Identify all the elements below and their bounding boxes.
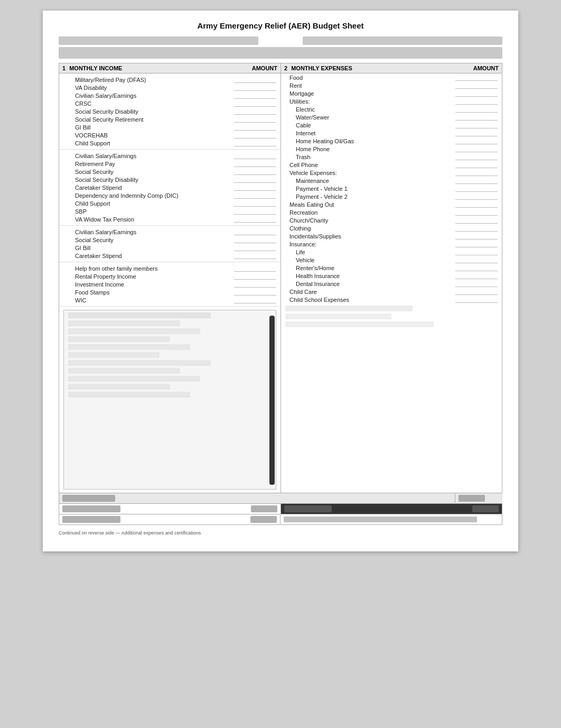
income-item-amount[interactable]	[234, 229, 276, 235]
expense-item-amount[interactable]	[455, 114, 498, 121]
income-extra-rows	[64, 310, 276, 402]
expense-item-label: Cable	[296, 122, 453, 128]
income-item-amount[interactable]	[234, 237, 276, 243]
expense-item-amount[interactable]	[455, 170, 498, 176]
income-item-amount[interactable]	[234, 169, 276, 175]
expense-item-amount[interactable]	[455, 201, 498, 208]
income-item-label: Social Security Disability	[75, 108, 232, 115]
income-item-amount[interactable]	[234, 177, 276, 183]
total-income-label	[62, 495, 115, 502]
income-item-amount[interactable]	[234, 281, 276, 288]
income-col-num: 1	[62, 65, 66, 71]
income-item-amount[interactable]	[234, 116, 276, 123]
top-bar-left-field[interactable]	[59, 36, 258, 45]
income-item-amount[interactable]	[234, 100, 276, 107]
top-bar-right-field[interactable]	[303, 36, 502, 45]
income-item-amount[interactable]	[234, 93, 276, 99]
income-item-amount[interactable]	[234, 140, 276, 146]
income-item-amount[interactable]	[234, 245, 276, 251]
income-list-item: Retirement Pay	[59, 160, 280, 168]
income-item-amount[interactable]	[234, 297, 276, 303]
expense-list-item: Payment - Vehicle 1	[281, 185, 502, 192]
income-list-item: CRSC	[59, 99, 280, 107]
income-item-amount[interactable]	[234, 185, 276, 191]
expense-item-amount[interactable]	[455, 122, 498, 128]
income-item-amount[interactable]	[234, 289, 276, 296]
income-item-amount[interactable]	[234, 253, 276, 259]
expense-item-amount[interactable]	[455, 281, 498, 287]
income-item-label: Civilian Salary/Earnings	[75, 153, 232, 159]
income-item-amount[interactable]	[234, 153, 276, 159]
expense-item-amount[interactable]	[455, 249, 498, 255]
expense-item-amount[interactable]	[455, 90, 498, 97]
income-item-amount[interactable]	[234, 200, 276, 207]
expense-list-item: Cable	[281, 121, 502, 129]
income-item-label: Investment Income	[75, 281, 232, 288]
income-column: 1 MONTHLY INCOME AMOUNT Military/Retired…	[59, 63, 280, 493]
expense-item-label: Food	[289, 75, 453, 81]
expense-item-amount[interactable]	[455, 130, 498, 136]
total-expenses-label	[284, 505, 332, 512]
income-item-amount[interactable]	[234, 77, 276, 83]
income-item-label: Civilian Salary/Earnings	[75, 229, 232, 235]
income-list-item: Social Security Disability	[59, 176, 280, 183]
income-item-amount[interactable]	[234, 85, 276, 91]
remaining-value[interactable]	[250, 516, 277, 523]
income-list-item: Caretaker Stipend	[59, 183, 280, 191]
expense-item-amount[interactable]	[455, 241, 498, 247]
income-item-label: Food Stamps	[75, 289, 232, 296]
expense-item-amount[interactable]	[455, 106, 498, 113]
scroll-thumb[interactable]	[269, 316, 275, 485]
income-item-label: VOCREHAB	[75, 132, 232, 139]
expense-item-amount[interactable]	[455, 265, 498, 271]
expense-item-label: Dental Insurance	[296, 281, 453, 287]
income-section-1: Military/Retired Pay (DFAS) VA Disabilit…	[59, 73, 280, 150]
income-item-amount[interactable]	[234, 108, 276, 115]
income-item-amount[interactable]	[234, 124, 276, 131]
income-item-amount[interactable]	[234, 216, 276, 223]
income-item-label: CRSC	[75, 100, 232, 107]
expense-item-amount[interactable]	[455, 233, 498, 239]
expense-item-amount[interactable]	[455, 289, 498, 295]
expense-list-item: Trash	[281, 153, 502, 161]
income-list-item: Dependency and Indemnity Comp (DIC)	[59, 191, 280, 199]
expense-item-amount[interactable]	[455, 162, 498, 168]
income-item-amount[interactable]	[234, 132, 276, 139]
expense-item-amount[interactable]	[455, 217, 498, 224]
income-list-item: VA Widow Tax Pension	[59, 215, 280, 223]
income-item-label: Civilian Salary/Earnings	[75, 93, 232, 99]
income-item-label: Social Security	[75, 169, 232, 175]
income-scroll-area[interactable]	[63, 310, 276, 490]
expense-item-label: Recreation	[289, 209, 453, 216]
income-list-item: Social Security Retirement	[59, 115, 280, 123]
expense-item-label: Clothing	[289, 225, 453, 232]
expense-item-amount[interactable]	[455, 178, 498, 184]
expense-item-amount[interactable]	[455, 75, 498, 81]
income-item-amount[interactable]	[234, 161, 276, 167]
expense-item-amount[interactable]	[455, 209, 498, 216]
expense-item-amount[interactable]	[455, 98, 498, 105]
expense-item-amount[interactable]	[455, 146, 498, 152]
expense-item-amount[interactable]	[455, 82, 498, 89]
total-income-value[interactable]	[459, 495, 485, 502]
income-item-amount[interactable]	[234, 192, 276, 199]
expense-item-label: Meals Eating Out	[289, 201, 453, 208]
expense-item-amount[interactable]	[455, 225, 498, 232]
income-list-item: Military/Retired Pay (DFAS)	[59, 76, 280, 84]
expense-item-amount[interactable]	[455, 186, 498, 192]
expense-list-item: Food	[281, 73, 502, 81]
expense-item-amount[interactable]	[455, 154, 498, 160]
expense-item-amount[interactable]	[455, 193, 498, 200]
expense-item-amount[interactable]	[455, 257, 498, 263]
expense-item-amount[interactable]	[455, 138, 498, 144]
total-expenses-value[interactable]	[472, 505, 499, 512]
income-item-amount[interactable]	[234, 265, 276, 272]
income-item-amount[interactable]	[234, 208, 276, 215]
expense-item-label: Vehicle	[296, 257, 453, 263]
expenses-amount-label: AMOUNT	[473, 65, 499, 71]
page-title: Army Emergency Relief (AER) Budget Sheet	[59, 21, 502, 30]
expense-item-label: Cell Phone	[289, 162, 453, 168]
income-item-amount[interactable]	[234, 273, 276, 280]
expense-item-amount[interactable]	[455, 273, 498, 279]
expense-item-amount[interactable]	[455, 297, 498, 303]
